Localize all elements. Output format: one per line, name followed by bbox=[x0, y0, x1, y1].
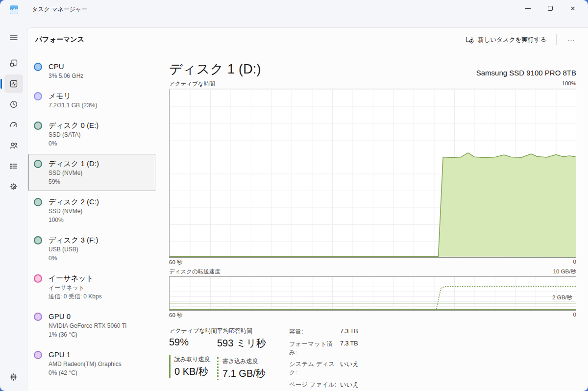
chart1-x-left: 60 秒 bbox=[169, 259, 183, 266]
write-speed-label: 書き込み速度 bbox=[222, 357, 266, 366]
device-sub: 0% bbox=[49, 254, 98, 263]
minimize-button[interactable] bbox=[516, 0, 539, 17]
device-item-gpu1[interactable]: GPU 1 AMD Radeon(TM) Graphics 0% (42 °C) bbox=[28, 345, 155, 382]
transfer-rate-chart: 2 GB/秒 bbox=[169, 276, 576, 311]
device-title: ディスク 2 (C:) bbox=[49, 196, 99, 207]
disk0-status-circle bbox=[34, 122, 42, 130]
device-title: ディスク 1 (D:) bbox=[49, 158, 99, 169]
device-title: メモリ bbox=[49, 91, 97, 101]
settings-button[interactable] bbox=[4, 367, 23, 386]
close-icon: ✕ bbox=[570, 5, 576, 12]
device-title: GPU 1 bbox=[49, 349, 122, 360]
disk3-status-circle bbox=[34, 236, 42, 244]
hamburger-menu-button[interactable] bbox=[4, 28, 23, 47]
header-divider bbox=[556, 34, 557, 45]
avg-response-value: 593 ミリ秒 bbox=[217, 337, 266, 350]
disk-model: Samsung SSD 9100 PRO 8TB bbox=[476, 69, 576, 78]
gpu0-status-circle bbox=[34, 313, 42, 321]
maximize-button[interactable] bbox=[539, 0, 562, 17]
device-sub: 0% (42 °C) bbox=[49, 369, 122, 377]
chart2-x-left: 60 秒 bbox=[169, 312, 183, 319]
device-item-disk3[interactable]: ディスク 3 (F:) USB (USB) 0% bbox=[28, 230, 155, 268]
device-sub: SSD (SATA) bbox=[49, 131, 98, 139]
device-item-disk1-selected[interactable]: ディスク 1 (D:) SSD (NVMe) 59% bbox=[28, 154, 155, 191]
rail-item-users[interactable] bbox=[4, 136, 23, 155]
device-item-cpu[interactable]: CPU 3% 5.06 GHz bbox=[28, 57, 155, 85]
reference-line-label: 2 GB/秒 bbox=[552, 294, 572, 301]
memory-status-circle bbox=[34, 92, 42, 100]
ethernet-status-circle bbox=[34, 274, 42, 283]
device-sub: SSD (NVMe) bbox=[49, 207, 99, 216]
device-sub: SSD (NVMe) bbox=[49, 169, 99, 177]
device-sub: AMD Radeon(TM) Graphics bbox=[49, 360, 122, 368]
gpu1-status-circle bbox=[34, 351, 42, 359]
active-time-stat-label: アクティブな時間 bbox=[169, 327, 217, 335]
titlebar: タスク マネージャー ✕ bbox=[0, 0, 588, 27]
device-sub: 送信: 0 受信: 0 Kbps bbox=[49, 293, 102, 301]
page-file-value: いいえ bbox=[340, 381, 359, 389]
performance-icon bbox=[9, 79, 18, 88]
details-icon bbox=[9, 162, 18, 171]
more-options-button[interactable]: … bbox=[562, 32, 581, 48]
rail-item-processes[interactable] bbox=[4, 54, 23, 73]
disk-title: ディスク 1 (D:) bbox=[169, 60, 261, 78]
disk2-status-circle bbox=[34, 198, 42, 206]
read-speed-value: 0 KB/秒 bbox=[174, 365, 217, 378]
chart2-label: ディスクの転送速度 bbox=[169, 268, 220, 275]
rail-item-performance[interactable] bbox=[4, 74, 23, 93]
system-disk-label: システム ディスク: bbox=[289, 360, 340, 377]
disk-detail-pane: ディスク 1 (D:) Samsung SSD 9100 PRO 8TB アクテ… bbox=[169, 51, 576, 391]
chart2-x-right: 0 bbox=[573, 312, 576, 319]
device-item-gpu0[interactable]: GPU 0 NVIDIA GeForce RTX 5060 Ti 1% (36 … bbox=[28, 307, 155, 344]
page-title: パフォーマンス bbox=[35, 35, 84, 44]
system-disk-value: いいえ bbox=[340, 360, 359, 377]
minimize-icon bbox=[525, 8, 531, 9]
device-title: ディスク 0 (E:) bbox=[49, 120, 98, 130]
app-history-icon bbox=[9, 100, 18, 109]
close-button[interactable]: ✕ bbox=[562, 0, 584, 17]
services-icon bbox=[9, 182, 18, 191]
rail-item-details[interactable] bbox=[4, 157, 23, 175]
chart1-label: アクティブな時間 bbox=[169, 80, 215, 88]
device-item-disk2[interactable]: ディスク 2 (C:) SSD (NVMe) 100% bbox=[28, 192, 155, 229]
cpu-status-circle bbox=[34, 63, 42, 71]
device-sub: NVIDIA GeForce RTX 5060 Ti bbox=[49, 322, 126, 330]
device-sub: USB (USB) bbox=[49, 245, 98, 254]
hamburger-icon bbox=[9, 33, 18, 42]
disk1-status-circle bbox=[34, 160, 42, 168]
device-item-disk0[interactable]: ディスク 0 (E:) SSD (SATA) 0% bbox=[28, 116, 155, 153]
formatted-value: 7.3 TB bbox=[340, 340, 358, 357]
startup-apps-icon bbox=[9, 121, 18, 129]
rail-item-app-history[interactable] bbox=[4, 95, 23, 114]
active-time-stat-value: 59% bbox=[169, 337, 217, 348]
run-new-task-icon bbox=[466, 36, 474, 44]
page-file-label: ページ ファイル: bbox=[289, 381, 340, 389]
active-time-chart bbox=[169, 89, 576, 258]
chart1-x-right: 0 bbox=[573, 259, 576, 266]
rail-item-startup-apps[interactable] bbox=[4, 116, 23, 134]
rail-item-services[interactable] bbox=[4, 177, 23, 196]
device-title: GPU 0 bbox=[49, 311, 126, 321]
device-sub: 59% bbox=[49, 178, 99, 186]
capacity-value: 7.3 TB bbox=[340, 328, 358, 336]
device-sub: イーサネット bbox=[49, 284, 102, 292]
task-manager-app-icon bbox=[10, 5, 18, 14]
device-list: CPU 3% 5.06 GHz メモリ 7.2/31.1 GB (23%) ディ… bbox=[28, 56, 155, 383]
disk-stats: アクティブな時間 59% 読み取り速度 0 KB/秒 平均応答時間 593 ミリ… bbox=[169, 327, 576, 391]
chart1-max-label: 100% bbox=[562, 80, 576, 88]
device-item-memory[interactable]: メモリ 7.2/31.1 GB (23%) bbox=[28, 86, 155, 115]
read-speed-label: 読み取り速度 bbox=[174, 355, 217, 364]
device-sub: 1% (36 °C) bbox=[49, 331, 126, 339]
settings-gear-icon bbox=[9, 372, 18, 382]
window-title: タスク マネージャー bbox=[32, 5, 87, 14]
run-new-task-button[interactable]: 新しいタスクを実行する bbox=[461, 32, 551, 48]
device-title: CPU bbox=[49, 61, 83, 72]
panel-header: パフォーマンス 新しいタスクを実行する … bbox=[27, 28, 588, 51]
maximize-icon bbox=[548, 6, 553, 11]
device-item-ethernet[interactable]: イーサネット イーサネット 送信: 0 受信: 0 Kbps bbox=[28, 269, 155, 306]
device-sub: 0% bbox=[49, 140, 98, 148]
task-manager-window: タスク マネージャー ✕ bbox=[0, 0, 588, 391]
device-sub: 3% 5.06 GHz bbox=[49, 72, 83, 80]
device-title: ディスク 3 (F:) bbox=[49, 235, 98, 245]
write-speed-value: 7.1 GB/秒 bbox=[222, 367, 266, 380]
